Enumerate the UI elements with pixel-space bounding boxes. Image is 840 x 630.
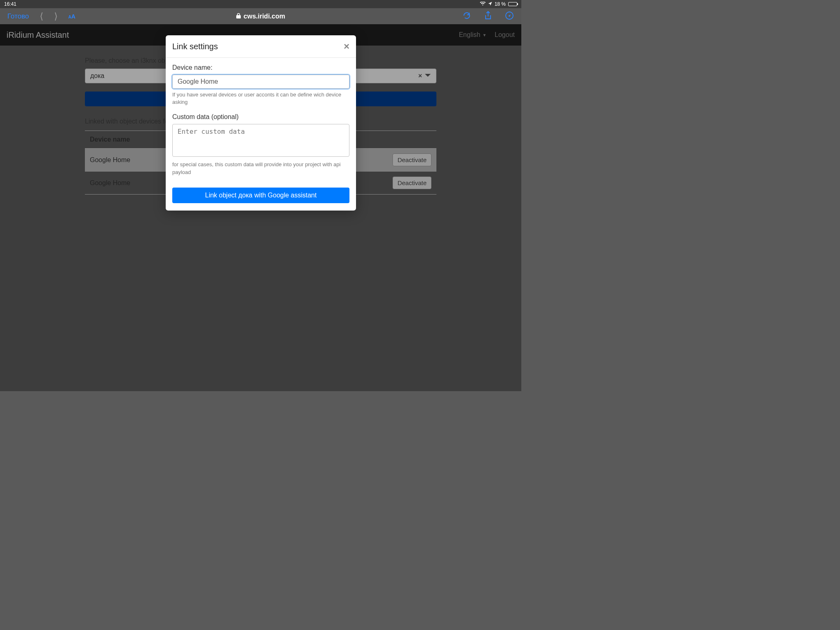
ios-status-bar: 16:41 18 %: [0, 0, 521, 8]
safari-toolbar: Готово ⟨ ⟩ AA cws.iridi.com: [0, 8, 521, 24]
lock-icon: [236, 13, 241, 20]
done-button[interactable]: Готово: [7, 12, 29, 21]
safari-compass-icon[interactable]: [505, 11, 514, 22]
url-domain: cws.iridi.com: [244, 13, 285, 20]
device-name-help: If you have several devices or user acco…: [172, 91, 349, 106]
wifi-icon: [480, 1, 486, 7]
reload-icon[interactable]: [462, 11, 471, 22]
status-battery-pct: 18 %: [495, 1, 506, 7]
url-bar[interactable]: cws.iridi.com: [134, 13, 388, 20]
battery-icon: [508, 2, 517, 6]
status-time: 16:41: [4, 1, 16, 7]
device-name-label: Device name:: [172, 64, 349, 71]
close-icon[interactable]: ×: [344, 41, 349, 51]
custom-data-label: Custom data (optional): [172, 113, 349, 121]
custom-data-textarea[interactable]: [172, 124, 349, 157]
modal-title: Link settings: [172, 42, 218, 51]
share-icon[interactable]: [484, 11, 493, 22]
back-icon[interactable]: ⟨: [40, 11, 43, 22]
device-name-input[interactable]: [172, 75, 349, 89]
forward-icon[interactable]: ⟩: [54, 11, 58, 22]
text-size-button[interactable]: AA: [68, 13, 75, 20]
custom-data-help: for special cases, this custom data will…: [172, 161, 349, 176]
location-icon: [488, 1, 492, 7]
link-settings-modal: Link settings × Device name: If you have…: [166, 35, 356, 211]
link-object-button[interactable]: Link object дока with Google assistant: [172, 188, 349, 203]
